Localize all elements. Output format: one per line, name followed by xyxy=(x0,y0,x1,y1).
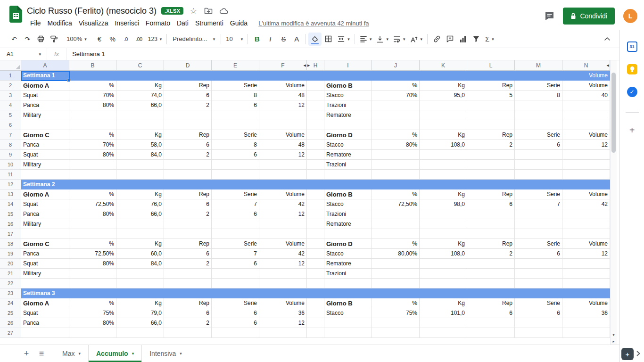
row-header-4[interactable]: 4 xyxy=(0,100,21,110)
cell-F16[interactable] xyxy=(259,219,307,229)
cell-E7[interactable]: Serie xyxy=(212,130,259,140)
cell-C17[interactable] xyxy=(116,229,164,239)
cell-C26[interactable]: 66,0 xyxy=(116,318,164,328)
cell-K26[interactable] xyxy=(420,318,467,328)
cell-K21[interactable] xyxy=(420,269,467,279)
cell-J26[interactable] xyxy=(372,318,420,328)
row-header-19[interactable]: 19 xyxy=(0,249,21,259)
menu-dati[interactable]: Dati xyxy=(173,18,192,28)
cell-D16[interactable] xyxy=(164,219,212,229)
insert-chart-button[interactable] xyxy=(456,33,470,46)
cell-J22[interactable] xyxy=(372,279,420,288)
cell-I18[interactable]: Giorno D xyxy=(324,239,372,249)
sheet-tab-intensiva[interactable]: Intensiva▾ xyxy=(142,345,190,362)
cell-D1[interactable] xyxy=(164,71,212,81)
cell-F25[interactable]: 36 xyxy=(259,308,307,318)
row-header-12[interactable]: 12 xyxy=(0,180,21,189)
cell-H19[interactable] xyxy=(307,249,324,259)
cell-J23[interactable] xyxy=(372,288,420,298)
cell-K24[interactable]: Kg xyxy=(420,298,467,308)
row-header-11[interactable]: 11 xyxy=(0,170,21,180)
cell-K18[interactable]: Kg xyxy=(420,239,467,249)
cell-J1[interactable] xyxy=(372,71,420,81)
cell-E24[interactable]: Serie xyxy=(212,298,259,308)
cell-N8[interactable]: 12 xyxy=(562,140,610,150)
cell-F9[interactable]: 12 xyxy=(259,150,307,160)
row-header-13[interactable]: 13 xyxy=(0,189,21,199)
cell-E21[interactable] xyxy=(212,269,259,279)
cell-E27[interactable] xyxy=(212,328,259,338)
cell-K23[interactable] xyxy=(420,288,467,298)
row-header-27[interactable]: 27 xyxy=(0,328,21,338)
menu-visualizza[interactable]: Visualizza xyxy=(75,18,112,28)
cell-I6[interactable] xyxy=(324,120,372,130)
cell-C16[interactable] xyxy=(116,219,164,229)
cell-B24[interactable]: % xyxy=(69,298,116,308)
redo-button[interactable]: ↷ xyxy=(21,33,34,46)
column-header-L[interactable]: L xyxy=(467,60,515,71)
cell-D23[interactable] xyxy=(164,288,212,298)
cell-I9[interactable]: Rematore xyxy=(324,150,372,160)
formula-input[interactable]: Settimana 1 xyxy=(66,50,619,58)
row-header-3[interactable]: 3 xyxy=(0,90,21,100)
cell-J5[interactable] xyxy=(372,110,420,120)
cell-J13[interactable]: % xyxy=(372,189,420,199)
cell-F3[interactable]: 48 xyxy=(259,90,307,100)
cell-I15[interactable]: Trazioni xyxy=(324,209,372,219)
merge-cells-button[interactable]: ▾ xyxy=(335,33,352,46)
text-rotation-button[interactable]: ▾ xyxy=(407,33,425,46)
cell-I23[interactable] xyxy=(324,288,372,298)
cell-F2[interactable]: Volume xyxy=(259,81,307,90)
cell-J3[interactable]: 70% xyxy=(372,90,420,100)
cell-B8[interactable]: 70% xyxy=(69,140,116,150)
cell-B13[interactable]: % xyxy=(69,189,116,199)
cell-D18[interactable]: Rep xyxy=(164,239,212,249)
vertical-scrollbar[interactable]: ▾ xyxy=(610,60,617,338)
row-header-21[interactable]: 21 xyxy=(0,269,21,279)
cell-C15[interactable]: 66,0 xyxy=(116,209,164,219)
row-header-25[interactable]: 25 xyxy=(0,308,21,318)
cell-C4[interactable]: 66,0 xyxy=(116,100,164,110)
cell-E12[interactable] xyxy=(212,180,259,189)
cell-H27[interactable] xyxy=(307,328,324,338)
row-header-20[interactable]: 20 xyxy=(0,259,21,269)
cell-E26[interactable]: 6 xyxy=(212,318,259,328)
cell-C13[interactable]: Kg xyxy=(116,189,164,199)
add-sheet-button[interactable]: + xyxy=(19,345,34,362)
cell-B1[interactable] xyxy=(69,71,116,81)
cell-K10[interactable] xyxy=(420,160,467,170)
cell-M15[interactable] xyxy=(515,209,562,219)
cell-J24[interactable]: % xyxy=(372,298,420,308)
unhide-columns-arrow[interactable]: ▶ xyxy=(307,60,310,71)
number-format-menu[interactable]: 123▾ xyxy=(146,33,165,46)
decrease-decimals-button[interactable]: .0 xyxy=(119,33,132,46)
cell-N16[interactable] xyxy=(562,219,610,229)
cell-N11[interactable] xyxy=(562,170,610,180)
cell-K2[interactable]: Kg xyxy=(420,81,467,90)
column-header-C[interactable]: C xyxy=(116,60,164,71)
menu-file[interactable]: File xyxy=(27,18,44,28)
cell-I2[interactable]: Giorno B xyxy=(324,81,372,90)
row-header-18[interactable]: 18 xyxy=(0,239,21,249)
cell-K12[interactable] xyxy=(420,180,467,189)
font-select[interactable]: Predefinito...▾ xyxy=(170,33,217,46)
cell-B20[interactable]: 80% xyxy=(69,259,116,269)
fill-color-button[interactable] xyxy=(308,33,322,46)
cell-M8[interactable]: 6 xyxy=(515,140,562,150)
cell-M16[interactable] xyxy=(515,219,562,229)
cell-H14[interactable] xyxy=(307,199,324,209)
selection-fill-handle[interactable] xyxy=(67,79,70,82)
cell-E22[interactable] xyxy=(212,279,259,288)
sheet-tab-menu-arrow[interactable]: ▾ xyxy=(132,351,134,356)
cell-H8[interactable] xyxy=(307,140,324,150)
cell-L8[interactable]: 2 xyxy=(467,140,515,150)
cell-A16[interactable]: Military xyxy=(21,219,69,229)
cell-K11[interactable] xyxy=(420,170,467,180)
cell-M19[interactable]: 6 xyxy=(515,249,562,259)
document-title[interactable]: Ciclo Russo (Ferlito) (mesociclo 3) xyxy=(27,6,157,16)
cell-L5[interactable] xyxy=(467,110,515,120)
cell-L13[interactable]: Rep xyxy=(467,189,515,199)
cell-L22[interactable] xyxy=(467,279,515,288)
explore-button[interactable]: + xyxy=(621,348,634,360)
cell-I21[interactable]: Trazioni xyxy=(324,269,372,279)
